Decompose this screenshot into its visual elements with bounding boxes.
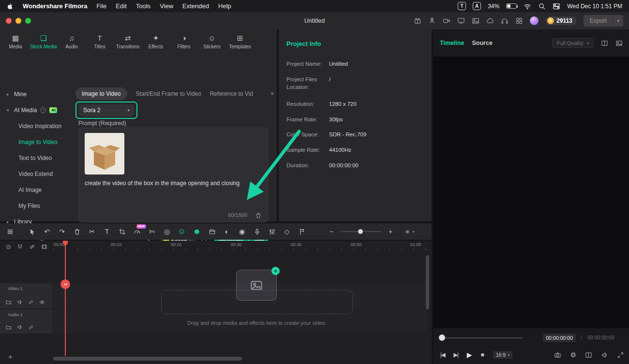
delete-icon[interactable] (73, 228, 81, 235)
sidebar-item-video-inspiration[interactable]: Video Inspiration (0, 118, 74, 134)
menu-extended[interactable]: Extended (182, 2, 209, 10)
split-view-icon[interactable] (601, 40, 608, 47)
wifi-icon[interactable] (524, 2, 531, 10)
input-source-a-icon[interactable]: A (473, 2, 481, 10)
menu-view[interactable]: View (160, 2, 173, 10)
play-icon[interactable]: ▶ (467, 351, 472, 359)
marker-icon[interactable] (298, 228, 306, 235)
menu-edit[interactable]: Edit (116, 2, 126, 10)
menu-file[interactable]: File (96, 2, 106, 10)
chevron-down-icon[interactable]: ▾ (613, 18, 623, 23)
more-tabs-icon[interactable]: » (268, 90, 274, 97)
sidebar-item-video-extend[interactable]: Video Extend (0, 166, 74, 182)
menu-help[interactable]: Help (218, 2, 231, 10)
spotlight-search-icon[interactable] (538, 2, 546, 10)
cloud-icon[interactable] (486, 17, 494, 25)
stop-icon[interactable]: ■ (481, 351, 484, 358)
timeline-horizontal-scrollbar[interactable] (53, 357, 242, 361)
motion-track-icon[interactable]: ◎ (163, 227, 171, 236)
tab-transitions[interactable]: ⇄ Transitions (114, 32, 141, 54)
display-icon[interactable] (457, 17, 465, 25)
playback-slider-handle[interactable] (439, 335, 445, 341)
fullscreen-icon[interactable] (617, 351, 624, 359)
clapper-icon[interactable] (208, 228, 216, 235)
mask-icon[interactable]: ◐ (223, 227, 231, 236)
snapshot-icon[interactable] (554, 351, 561, 359)
media-drop-placeholder[interactable]: + (236, 270, 277, 301)
support-headset-icon[interactable] (501, 17, 509, 25)
screen-record-icon[interactable] (443, 17, 450, 25)
sidebar-group-mine[interactable]: ▸ Mine (0, 86, 74, 102)
tab-reference-to-video[interactable]: Reference to Vid (210, 90, 253, 97)
apple-menu-icon[interactable] (7, 2, 14, 10)
preview-layout-icon[interactable] (585, 351, 592, 359)
gift-icon[interactable] (414, 17, 421, 25)
link-clips-icon[interactable] (29, 244, 35, 250)
ai-avatar-icon[interactable]: ☻ (193, 227, 201, 236)
split-icon[interactable]: ✂ (88, 227, 96, 236)
settings-gear-icon[interactable]: ⚙ (570, 351, 576, 359)
rocket-icon[interactable] (428, 17, 436, 25)
zoom-in-icon[interactable]: + (386, 227, 395, 236)
mute-track-icon[interactable] (17, 299, 23, 305)
sidebar-group-ai-media[interactable]: ▾ AI Media i AI (0, 102, 74, 118)
folder-icon[interactable] (6, 299, 12, 305)
media-library-icon[interactable] (472, 17, 479, 25)
tab-image-to-video[interactable]: Image to Video (75, 87, 127, 100)
mute-track-icon[interactable] (17, 324, 23, 330)
tab-timeline-preview[interactable]: Timeline (440, 40, 464, 46)
tab-templates[interactable]: ⊞ Templates (226, 32, 254, 54)
app-menu-title[interactable]: Wondershare Filmora (23, 2, 87, 10)
zoom-window-button[interactable] (25, 18, 31, 24)
previous-frame-icon[interactable]: |◀ (440, 351, 445, 358)
credits-balance[interactable]: ✦ 29113 (545, 16, 577, 25)
preview-viewport[interactable] (434, 57, 629, 328)
grid-view-icon[interactable]: ⊞ (6, 227, 15, 236)
speed-ramp-icon[interactable]: NEW (133, 228, 141, 235)
add-media-button[interactable]: + (8, 352, 13, 361)
close-window-button[interactable] (6, 18, 12, 24)
control-center-icon[interactable] (553, 2, 560, 10)
text-tool-icon[interactable]: T (103, 227, 111, 236)
timeline-ruler[interactable]: 00:00 00:10 00:20 00:30 00:40 00:50 01:0… (53, 241, 428, 249)
minimize-window-button[interactable] (15, 18, 21, 24)
prompt-input-area[interactable]: create the video of the box in the image… (78, 128, 268, 222)
add-media-icon[interactable]: + (271, 267, 280, 275)
info-icon[interactable]: i (40, 107, 46, 113)
select-tool-icon[interactable] (28, 228, 36, 235)
lock-track-icon[interactable] (28, 299, 34, 305)
menu-tools[interactable]: Tools (136, 2, 150, 10)
smart-cut-icon[interactable]: ✄ (148, 227, 156, 236)
hide-track-eye-icon[interactable] (39, 299, 45, 305)
lock-track-icon[interactable] (28, 324, 34, 330)
current-timecode[interactable]: 00:00:00:00 (543, 334, 576, 342)
undo-icon[interactable]: ↶ (43, 227, 51, 236)
sidebar-item-text-to-video[interactable]: Text to Video (0, 150, 74, 166)
zoom-slider-track[interactable] (341, 231, 381, 232)
snap-magnet-icon[interactable] (17, 244, 23, 250)
tab-source-preview[interactable]: Source (472, 40, 492, 46)
voiceover-mic-icon[interactable] (253, 228, 261, 235)
redo-icon[interactable]: ↷ (58, 227, 66, 236)
crop-icon[interactable] (118, 228, 126, 235)
playback-slider-track[interactable] (441, 337, 523, 338)
tab-start-end-frame[interactable]: Start/End Frame to Video (136, 90, 201, 97)
input-source-t-icon[interactable]: T (458, 2, 466, 10)
user-avatar[interactable] (530, 16, 539, 25)
folder-icon[interactable] (6, 324, 12, 330)
clear-prompt-icon[interactable] (255, 212, 262, 219)
timeline-vertical-scrollbar[interactable] (426, 255, 429, 309)
audio-mixer-icon[interactable] (268, 228, 276, 235)
apps-grid-icon[interactable] (515, 17, 523, 25)
export-button[interactable]: Export ▾ (584, 15, 623, 27)
render-preview-icon[interactable] (41, 244, 47, 250)
tab-titles[interactable]: T Titles (86, 32, 113, 54)
split-at-playhead-icon[interactable]: ✂ (60, 279, 70, 289)
record-icon[interactable]: ◉ (238, 227, 246, 236)
manage-tracks-control[interactable]: ≡ ▾ (405, 228, 415, 235)
next-frame-icon[interactable]: ▶| (453, 351, 458, 358)
playback-quality-dropdown[interactable]: Full Quality ▾ (552, 38, 594, 48)
prompt-text[interactable]: create the video of the box in the image… (85, 179, 262, 187)
sidebar-item-my-files[interactable]: My Files (0, 198, 74, 214)
zoom-slider-handle[interactable] (358, 229, 363, 234)
